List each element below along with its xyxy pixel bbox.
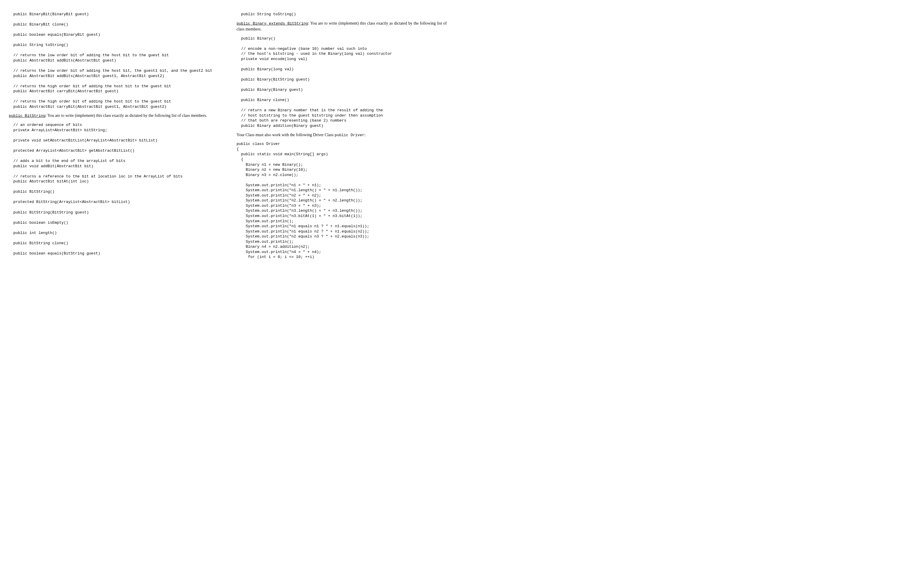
bitstring-title: public BitString bbox=[9, 114, 45, 118]
code-block-tostring: public String toString() bbox=[237, 12, 447, 17]
binary-intro-paragraph: public Binary extends BitString: You are… bbox=[237, 21, 447, 32]
driver-intro-paragraph: Your Class must also work with the follo… bbox=[237, 132, 447, 138]
driver-intro-post: : bbox=[364, 132, 366, 137]
code-block-driver: public class Driver { public static void… bbox=[237, 141, 447, 260]
binary-title: public Binary extends BitString bbox=[237, 21, 308, 26]
code-block-binary: public Binary() // encode a non-negative… bbox=[237, 36, 447, 129]
driver-intro-pre: Your Class must also work with the follo… bbox=[237, 132, 335, 137]
bitstring-intro-paragraph: public BitString: You are to write (impl… bbox=[9, 113, 219, 119]
bitstring-intro-text: : You are to write (implement) this clas… bbox=[45, 113, 207, 118]
column-left: public BinaryBit(BinaryBit guest) public… bbox=[0, 0, 228, 268]
column-right: public String toString() public Binary e… bbox=[228, 0, 456, 268]
code-block-bitstring: // an ordered sequence of bits private A… bbox=[9, 123, 219, 256]
page-container: public BinaryBit(BinaryBit guest) public… bbox=[0, 0, 456, 268]
driver-classname: public Driver bbox=[335, 133, 364, 137]
code-block-binarybit: public BinaryBit(BinaryBit guest) public… bbox=[9, 12, 219, 109]
